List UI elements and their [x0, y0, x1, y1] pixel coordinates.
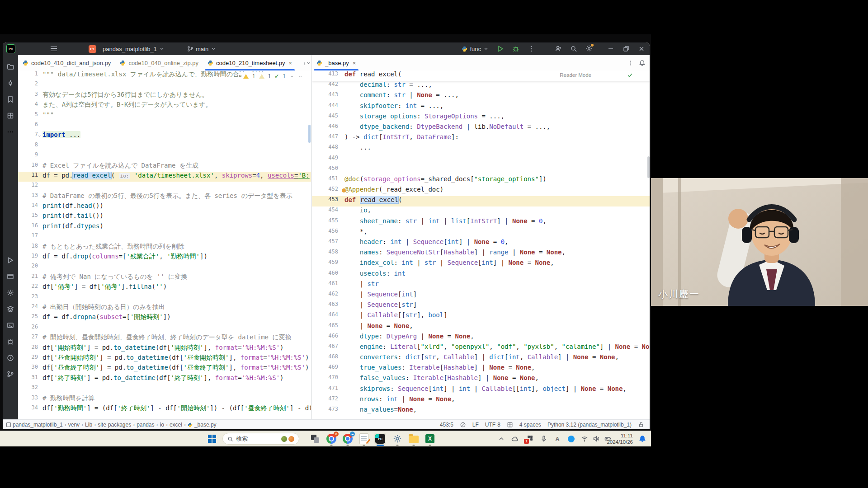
notification-count-icon[interactable]: 1 — [524, 433, 535, 445]
code-line[interactable]: 472 nrows: int | None = None, — [312, 395, 650, 406]
run-button[interactable] — [497, 45, 504, 52]
code-line[interactable]: 442 decimal: str = ..., — [312, 81, 650, 91]
notifications-bell-icon[interactable] — [639, 60, 646, 66]
breadcrumb-item[interactable]: site-packages — [98, 422, 131, 428]
code-line[interactable]: 22df['備考'] = df['備考'].fillna('') — [18, 283, 311, 293]
branch-selector[interactable]: main — [187, 46, 216, 52]
debug-button[interactable] — [512, 45, 519, 52]
tab-options-icon[interactable] — [627, 60, 633, 66]
code-line[interactable]: 21# 備考列で Nan になっているものを '' に変換 — [18, 273, 311, 283]
code-line[interactable]: 449 — [312, 155, 650, 165]
code-line[interactable]: 17 — [18, 232, 311, 242]
code-line[interactable]: 443 comment: str | None = ..., — [312, 91, 650, 102]
code-line[interactable]: 27# 開始時刻、昼食開始時刻、昼食終了時刻、終了時刻のデータ型を dateti… — [18, 333, 311, 343]
code-line[interactable]: 445 storage_options: StorageOptions = ..… — [312, 113, 650, 123]
code-line[interactable]: 463 | Sequence[str] — [312, 301, 650, 311]
inspections-widget[interactable]: 1 1 ✓1 — [241, 72, 305, 80]
code-line[interactable]: 450 — [312, 165, 650, 175]
breadcrumb-item[interactable]: _base.py — [188, 422, 217, 428]
close-icon[interactable]: × — [353, 60, 356, 66]
fold-arrow-icon[interactable]: › — [35, 136, 45, 137]
indexing-icon[interactable] — [507, 422, 513, 428]
editor-tab[interactable]: _base.py× — [312, 55, 360, 70]
code-line[interactable]: 26 — [18, 324, 311, 333]
code-line[interactable]: 460 usecols: int — [312, 270, 650, 280]
code-line[interactable]: 464 | Callable[[str], bool] — [312, 311, 650, 322]
code-line[interactable]: 446 dtype_backend: DtypeBackend | lib.No… — [312, 123, 650, 133]
code-line[interactable]: 7›import ... — [18, 131, 311, 141]
wifi-icon[interactable] — [579, 433, 590, 445]
version-control-icon[interactable] — [7, 371, 14, 378]
hidden-tabs-icon[interactable] — [306, 60, 311, 66]
code-line[interactable]: 452@Appender(_read_excel_doc) — [312, 186, 650, 196]
code-line[interactable]: 30df['昼食終了時刻'] = pd.to_datetime(df['昼食終了… — [18, 364, 311, 374]
notepad-button[interactable] — [358, 433, 370, 445]
encoding[interactable]: UTF-8 — [485, 422, 500, 428]
minimize-button[interactable] — [607, 45, 614, 52]
breadcrumb-item[interactable]: pandas_matplotlib_1 — [13, 422, 63, 428]
code-line[interactable]: 19df = df.drop(columns=['残業合計', '勤務時間']) — [18, 253, 311, 263]
prev-problem-icon[interactable] — [289, 74, 294, 79]
lock-open-icon[interactable] — [638, 422, 644, 428]
task-view-button[interactable] — [309, 433, 321, 445]
code-line[interactable]: 12 — [18, 182, 311, 192]
more-tools-icon[interactable] — [7, 128, 14, 136]
reader-mode-label[interactable]: Reader Mode — [560, 72, 591, 78]
notification-bell-icon[interactable] — [637, 433, 648, 445]
close-icon[interactable]: × — [289, 60, 292, 66]
code-line[interactable]: 20 — [18, 263, 311, 272]
code-line[interactable]: 25df = df.dropna(subset=['開始時刻']) — [18, 313, 311, 323]
code-line[interactable]: 466 dtype: DtypeArg | None = None, — [312, 333, 650, 343]
code-line[interactable]: 18# もともとあった残業合計、勤務時間の列を削除 — [18, 243, 311, 253]
restore-button[interactable] — [623, 45, 630, 52]
excel-button[interactable]: X — [424, 433, 436, 445]
pycharm-taskbar-button[interactable]: PC — [374, 433, 386, 445]
taskbar-clock[interactable]: 11:11 2024/10/26 — [607, 432, 633, 445]
code-line[interactable]: 468 converters: dict[str, Callable] | di… — [312, 353, 650, 364]
indent-style[interactable]: 4 spaces — [519, 422, 541, 428]
code-line[interactable]: 2 — [18, 80, 311, 90]
code-line[interactable]: 33# 勤務時間を計算 — [18, 394, 311, 404]
code-line[interactable]: 16print(df.dtypes) — [18, 222, 311, 232]
code-line[interactable]: 469 true_values: Iterable[Hashable] | No… — [312, 364, 650, 374]
code-line[interactable]: 413def read_excel( — [312, 70, 650, 81]
code-line[interactable]: 462 | Sequence[int] — [312, 291, 650, 301]
editor-tab[interactable]: device.p — [297, 55, 306, 70]
problems-tool-icon[interactable] — [7, 338, 14, 345]
left-scrollbar-thumb[interactable] — [308, 125, 311, 143]
breadcrumb-item[interactable]: excel — [170, 422, 182, 428]
right-editor[interactable]: Reader Mode 413def read_excel(442 decima… — [311, 70, 650, 419]
breadcrumb-item[interactable]: pandas — [137, 422, 154, 428]
volume-icon[interactable] — [590, 433, 602, 445]
code-line[interactable]: 461 | str — [312, 280, 650, 291]
interpreter[interactable]: Python 3.12 (pandas_matplotlib_1) — [547, 422, 632, 428]
code-line[interactable]: 458 names: SequenceNotStr[Hashable] | ra… — [312, 249, 650, 259]
settings-button[interactable] — [392, 433, 403, 445]
search-everywhere-icon[interactable] — [570, 45, 577, 52]
structure-tool-icon[interactable] — [7, 112, 14, 119]
line-ending[interactable]: LF — [472, 422, 479, 428]
breadcrumb-item[interactable]: Lib — [85, 422, 92, 428]
voice-access-icon[interactable] — [538, 433, 550, 445]
code-line[interactable]: 454 io, — [312, 206, 650, 217]
highlighting-level-icon[interactable] — [460, 422, 466, 428]
file-explorer-button[interactable] — [408, 433, 420, 445]
code-line[interactable]: 4また、A列は空白列です。B-K列にデータが入っています。 — [18, 101, 311, 111]
packages-tool-icon[interactable] — [7, 305, 14, 313]
breadcrumb-item[interactable]: venv — [68, 422, 80, 428]
code-line[interactable]: 465 | None = None, — [312, 322, 650, 333]
code-line[interactable]: 31df['終了時刻'] = pd.to_datetime(df['終了時刻']… — [18, 374, 311, 384]
tray-app-icon[interactable] — [565, 433, 577, 445]
run-tool-icon[interactable] — [7, 257, 14, 264]
project-tool-icon[interactable] — [7, 63, 14, 70]
chrome-profile1-button[interactable]: k — [326, 433, 337, 445]
code-line[interactable]: 15print(df.tail()) — [18, 212, 311, 222]
code-line[interactable]: 447) -> dict[IntStrT, DataFrame]: — [312, 133, 650, 144]
ime-mode-indicator[interactable]: A — [552, 433, 563, 445]
code-line[interactable]: 29df['昼食開始時刻'] = pd.to_datetime(df['昼食開始… — [18, 354, 311, 364]
code-line[interactable]: 6 — [18, 121, 311, 131]
caret-position[interactable]: 453:5 — [440, 422, 453, 428]
code-line[interactable]: 448 ... — [312, 144, 650, 154]
code-line[interactable]: 23 — [18, 293, 311, 303]
close-button[interactable] — [638, 45, 645, 52]
